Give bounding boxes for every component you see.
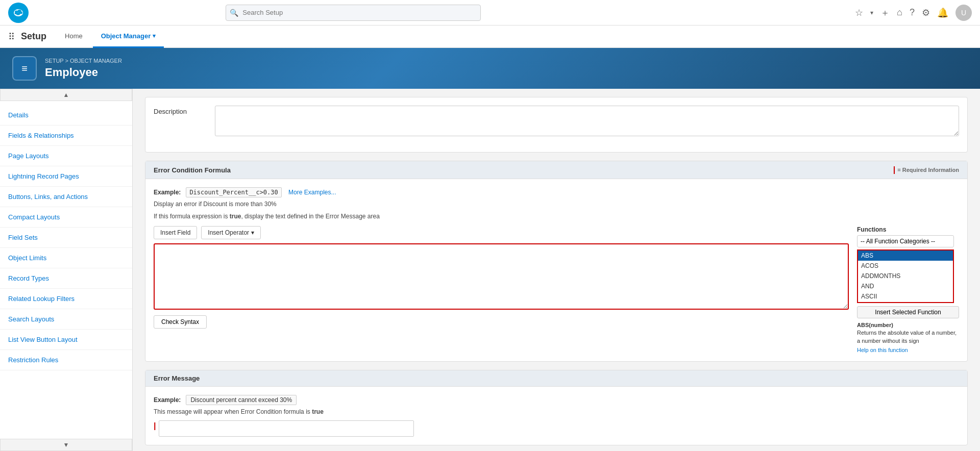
formula-editor-row: Insert Field Insert Operator ▾ Check Syn…: [154, 226, 959, 353]
gear-icon[interactable]: ⚙: [922, 7, 930, 18]
tab-home[interactable]: Home: [57, 26, 91, 48]
fn-item-abs[interactable]: ABS: [858, 250, 953, 261]
search-icon: 🔍: [230, 9, 238, 17]
avatar[interactable]: U: [955, 5, 972, 21]
tab-arrow-icon: ▾: [153, 33, 156, 39]
formula-right: Functions -- All Function Categories -- …: [857, 226, 959, 353]
object-icon: ≡: [12, 56, 37, 81]
sidebar-item-fields-relationships[interactable]: Fields & Relationships: [0, 126, 132, 146]
fn-item-and[interactable]: AND: [858, 281, 953, 291]
fn-item-acos[interactable]: ACOS: [858, 261, 953, 271]
sidebar-item-list-view-button-layout[interactable]: List View Button Layout: [0, 330, 132, 350]
breadcrumb: SETUP > OBJECT MANAGER: [45, 58, 122, 64]
fn-signature: ABS(number) Returns the absolute value o…: [857, 321, 959, 345]
example-code: Discount_Percent__c>0.30: [186, 187, 281, 197]
breadcrumb-object-manager[interactable]: OBJECT MANAGER: [70, 58, 122, 64]
sidebar-list: Details Fields & Relationships Page Layo…: [0, 101, 132, 374]
functions-list[interactable]: ABS ACOS ADDMONTHS AND ASCII ASIN: [857, 249, 954, 303]
error-message-input-row: |: [154, 420, 959, 437]
example-row: Example: Discount_Percent__c>0.30 More E…: [154, 187, 959, 197]
sidebar-item-object-limits[interactable]: Object Limits: [0, 248, 132, 268]
sidebar: ▲ Details Fields & Relationships Page La…: [0, 89, 133, 451]
error-condition-title: Error Condition Formula: [154, 166, 231, 174]
right-icons: ☆ ▾ ＋ ⌂ ? ⚙ 🔔 U: [855, 5, 972, 21]
hint-text: Display an error if Discount is more tha…: [154, 201, 959, 208]
sidebar-item-compact-layouts[interactable]: Compact Layouts: [0, 207, 132, 228]
error-message-input[interactable]: [159, 420, 414, 437]
check-syntax-button[interactable]: Check Syntax: [154, 315, 207, 329]
functions-label: Functions: [857, 226, 959, 233]
required-marker: |: [154, 421, 156, 431]
required-info-text: = Required Information: [897, 167, 959, 173]
sidebar-item-field-sets[interactable]: Field Sets: [0, 228, 132, 248]
dropdown-icon[interactable]: ▾: [870, 9, 873, 16]
app-title: Setup: [21, 31, 46, 42]
sidebar-item-lightning-record-pages[interactable]: Lightning Record Pages: [0, 166, 132, 187]
description-textarea[interactable]: [215, 106, 959, 136]
star-icon[interactable]: ☆: [855, 7, 863, 18]
fn-item-asin[interactable]: ASIN: [858, 302, 953, 303]
sidebar-scroll-up[interactable]: ▲: [0, 89, 132, 101]
error-message-section: Error Message Example: Discount percent …: [145, 370, 968, 445]
functions-category-select[interactable]: -- All Function Categories --: [857, 235, 954, 247]
add-icon[interactable]: ＋: [880, 7, 890, 19]
page-title: Employee: [45, 66, 122, 79]
search-input[interactable]: [226, 5, 481, 21]
more-examples-link[interactable]: More Examples...: [288, 189, 336, 196]
error-condition-header: Error Condition Formula | = Required Inf…: [145, 161, 967, 179]
fn-item-addmonths[interactable]: ADDMONTHS: [858, 271, 953, 281]
banner: ≡ SETUP > OBJECT MANAGER Employee: [0, 48, 980, 89]
search-bar: 🔍: [226, 5, 481, 21]
bell-icon[interactable]: 🔔: [937, 7, 948, 18]
sidebar-item-record-types[interactable]: Record Types: [0, 268, 132, 289]
insert-operator-button[interactable]: Insert Operator ▾: [201, 226, 261, 239]
error-appears-text: This message will appear when Error Cond…: [154, 408, 959, 415]
description-label: Description: [154, 106, 215, 115]
svg-point-5: [16, 12, 20, 15]
sidebar-item-related-lookup-filters[interactable]: Related Lookup Filters: [0, 289, 132, 309]
content-area: Description Error Condition Formula | = …: [133, 89, 980, 451]
breadcrumb-setup[interactable]: SETUP: [45, 58, 63, 64]
error-example-value: Discount percent cannot exceed 30%: [186, 395, 297, 405]
description-section: Description: [145, 97, 968, 153]
help-icon[interactable]: ?: [910, 7, 915, 18]
top-nav: 🔍 ☆ ▾ ＋ ⌂ ? ⚙ 🔔 U: [0, 0, 980, 26]
sidebar-item-search-layouts[interactable]: Search Layouts: [0, 309, 132, 330]
sidebar-item-restriction-rules[interactable]: Restriction Rules: [0, 350, 132, 370]
fn-item-ascii[interactable]: ASCII: [858, 291, 953, 302]
if-text: If this formula expression is true, disp…: [154, 213, 959, 220]
main-content: ▲ Details Fields & Relationships Page La…: [0, 89, 980, 451]
error-message-header: Error Message: [145, 370, 967, 387]
btn-row: Insert Field Insert Operator ▾: [154, 226, 849, 239]
sidebar-item-buttons-links-actions[interactable]: Buttons, Links, and Actions: [0, 187, 132, 207]
tab-object-manager[interactable]: Object Manager ▾: [93, 26, 164, 48]
salesforce-logo[interactable]: [8, 3, 29, 23]
error-example-row: Example: Discount percent cannot exceed …: [154, 395, 959, 405]
sidebar-item-page-layouts[interactable]: Page Layouts: [0, 146, 132, 166]
sidebar-item-details[interactable]: Details: [0, 105, 132, 126]
error-message-body: Example: Discount percent cannot exceed …: [145, 387, 967, 445]
required-info: | = Required Information: [893, 165, 959, 174]
grid-icon: ⠿: [8, 31, 15, 42]
insert-field-button[interactable]: Insert Field: [154, 226, 197, 239]
error-condition-section: Error Condition Formula | = Required Inf…: [145, 161, 968, 362]
formula-left: Insert Field Insert Operator ▾ Check Syn…: [154, 226, 849, 329]
insert-selected-function-button[interactable]: Insert Selected Function: [857, 306, 959, 318]
formula-textarea[interactable]: [154, 243, 849, 310]
formula-body: Example: Discount_Percent__c>0.30 More E…: [145, 179, 967, 361]
location-icon[interactable]: ⌂: [897, 7, 902, 18]
required-dot: |: [893, 165, 895, 174]
functions-dropdown-wrapper: -- All Function Categories --: [857, 235, 959, 247]
sidebar-scroll-down[interactable]: ▼: [0, 439, 132, 451]
second-nav: ⠿ Setup Home Object Manager ▾: [0, 26, 980, 48]
help-on-function-link[interactable]: Help on this function: [857, 347, 959, 353]
